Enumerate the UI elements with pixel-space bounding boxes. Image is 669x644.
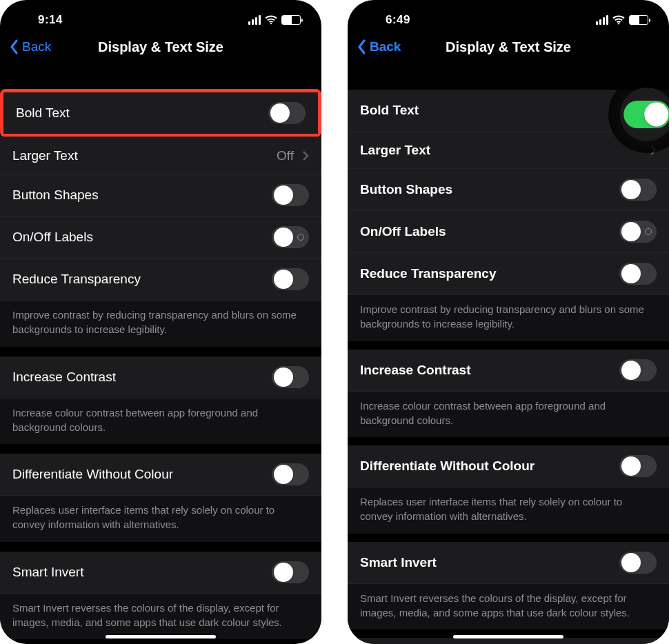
row-label: Differentiate Without Colour (360, 459, 535, 474)
row-label: Bold Text (16, 105, 70, 121)
toggle-onoff-labels[interactable] (619, 221, 657, 243)
nav-bar: Back Display & Text Size (0, 30, 321, 63)
battery-icon (629, 15, 648, 25)
toggle-smart-invert[interactable] (272, 561, 309, 583)
chevron-right-icon (302, 150, 309, 161)
svg-point-0 (270, 23, 272, 24)
cellular-signal-icon (596, 15, 608, 25)
status-bar: 9:14 (0, 0, 321, 30)
row-increase-contrast[interactable]: Increase Contrast (0, 356, 321, 398)
row-label: On/Off Labels (360, 224, 446, 239)
row-label: Button Shapes (12, 188, 99, 203)
row-label: Differentiate Without Colour (12, 467, 173, 482)
settings-list[interactable]: Bold Text Larger Text Button Shapes On/O… (348, 63, 669, 644)
home-indicator[interactable] (106, 635, 216, 638)
row-button-shapes[interactable]: Button Shapes (348, 168, 669, 210)
row-differentiate-colour[interactable]: Differentiate Without Colour (0, 454, 321, 495)
row-label: Reduce Transparency (12, 272, 141, 287)
row-label: Increase Contrast (12, 370, 116, 385)
nav-bar: Back Display & Text Size (348, 30, 669, 63)
toggle-increase-contrast[interactable] (619, 359, 657, 381)
note-differentiate-colour: Replaces user interface items that rely … (348, 487, 669, 534)
row-smart-invert[interactable]: Smart Invert (0, 552, 321, 593)
row-label: On/Off Labels (12, 230, 93, 245)
toggle-onoff-labels[interactable] (272, 226, 309, 248)
row-bold-text[interactable]: Bold Text (348, 90, 669, 131)
battery-icon (281, 15, 301, 25)
note-reduce-transparency: Improve contrast by reducing transparenc… (0, 300, 321, 347)
row-button-shapes[interactable]: Button Shapes (0, 174, 321, 216)
wifi-icon (612, 15, 625, 25)
highlight-bold-text: Bold Text (0, 89, 321, 137)
row-onoff-labels[interactable]: On/Off Labels (348, 210, 669, 252)
row-onoff-labels[interactable]: On/Off Labels (0, 216, 321, 258)
toggle-reduce-transparency[interactable] (619, 263, 657, 285)
note-increase-contrast: Increase colour contrast between app for… (348, 391, 669, 438)
back-button[interactable]: Back (10, 39, 51, 54)
chevron-left-icon (10, 39, 19, 54)
row-smart-invert[interactable]: Smart Invert (348, 542, 669, 583)
row-label: Button Shapes (360, 182, 452, 197)
row-label: Bold Text (360, 103, 419, 118)
toggle-differentiate-colour[interactable] (619, 455, 657, 477)
note-differentiate-colour: Replaces user interface items that rely … (0, 495, 321, 542)
row-increase-contrast[interactable]: Increase Contrast (348, 350, 669, 391)
toggle-smart-invert[interactable] (619, 552, 657, 574)
note-reduce-transparency: Improve contrast by reducing transparenc… (348, 294, 669, 341)
note-increase-contrast: Increase colour contrast between app for… (0, 398, 321, 445)
toggle-differentiate-colour[interactable] (272, 463, 309, 485)
row-label: Larger Text (360, 143, 430, 158)
row-label: Increase Contrast (360, 363, 471, 378)
toggle-bold-text[interactable] (268, 102, 306, 124)
toggle-button-shapes[interactable] (619, 179, 657, 201)
back-button[interactable]: Back (357, 39, 401, 54)
row-label: Smart Invert (12, 565, 83, 580)
svg-point-1 (618, 23, 619, 24)
cellular-signal-icon (248, 15, 261, 25)
back-label: Back (22, 39, 51, 54)
note-smart-invert: Smart Invert reverses the colours of the… (0, 593, 321, 640)
toggle-bold-text[interactable] (623, 101, 669, 128)
row-differentiate-colour[interactable]: Differentiate Without Colour (348, 445, 669, 487)
row-reduce-transparency[interactable]: Reduce Transparency (0, 258, 321, 300)
toggle-button-shapes[interactable] (272, 184, 309, 206)
row-label: Reduce Transparency (360, 266, 496, 281)
toggle-increase-contrast[interactable] (272, 366, 309, 388)
status-time: 6:49 (386, 13, 410, 27)
row-reduce-transparency[interactable]: Reduce Transparency (348, 252, 669, 294)
row-label: Larger Text (12, 148, 78, 163)
row-classic-invert[interactable]: Classic Invert (348, 638, 669, 644)
status-indicators (248, 15, 301, 25)
home-indicator[interactable] (453, 635, 563, 638)
row-label: Smart Invert (360, 555, 437, 570)
wifi-icon (265, 15, 277, 25)
back-label: Back (370, 39, 401, 54)
status-bar: 6:49 (348, 0, 669, 30)
chevron-left-icon (357, 39, 367, 54)
settings-list[interactable]: Bold Text Larger Text Off Button Shapes … (0, 63, 321, 644)
phone-left: 9:14 Back Display & Text Size Bold Text … (0, 0, 321, 644)
status-indicators (596, 15, 648, 25)
row-bold-text[interactable]: Bold Text (3, 92, 318, 134)
status-time: 9:14 (38, 13, 63, 27)
phone-right: 6:49 Back Display & Text Size Bold Text (348, 0, 669, 644)
chevron-right-icon (650, 145, 657, 156)
toggle-reduce-transparency[interactable] (272, 268, 309, 290)
note-smart-invert: Smart Invert reverses the colours of the… (348, 583, 669, 630)
row-larger-text[interactable]: Larger Text Off (0, 137, 321, 174)
row-value: Off (277, 148, 294, 163)
row-larger-text[interactable]: Larger Text (348, 131, 669, 168)
